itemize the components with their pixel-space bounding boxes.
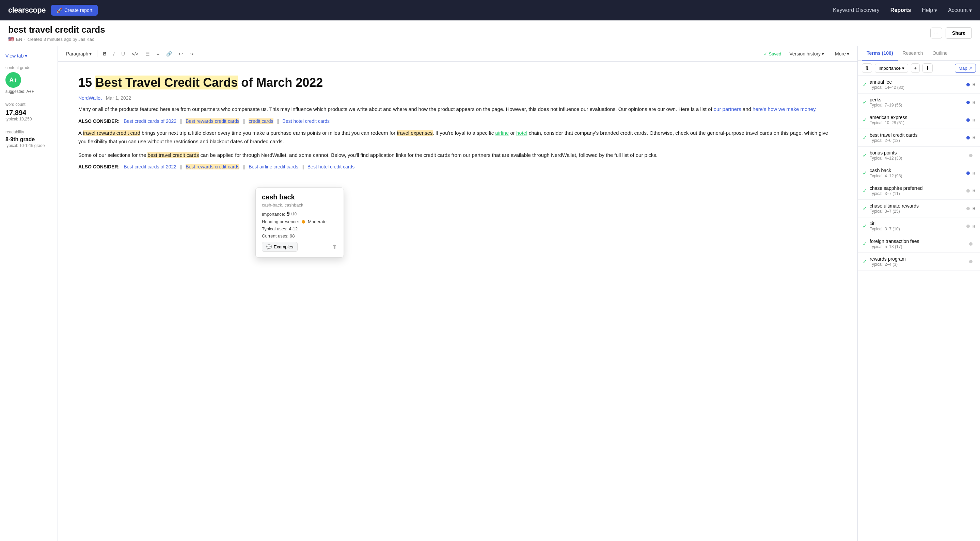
term-check-icon: ✓: [862, 170, 867, 176]
term-info: american express Typical: 10–28 (51): [870, 115, 964, 125]
delete-term-button[interactable]: 🗑: [332, 244, 337, 250]
term-item[interactable]: ✓ chase ultimate rewards Typical: 3–7 (2…: [858, 200, 980, 217]
source-link[interactable]: NerdWallet: [78, 95, 102, 101]
term-item[interactable]: ✓ best travel credit cards Typical: 2–6 …: [858, 129, 980, 147]
term-item[interactable]: ✓ citi Typical: 3–7 (10) H: [858, 217, 980, 235]
page-meta: 🇺🇸 EN · created 3 minutes ago by Jas Kao: [8, 36, 105, 42]
term-item[interactable]: ✓ perks Typical: 7–19 (55) H: [858, 94, 980, 111]
view-tab-button[interactable]: View tab ▾: [5, 53, 52, 59]
term-item[interactable]: ✓ cash back Typical: 4–12 (98) H: [858, 164, 980, 182]
term-dot-indicator: [966, 171, 970, 175]
panel-toolbar: ⇅ Importance ▾ + ⬇ Map ↗: [858, 60, 980, 76]
suggested-grade: suggested: A++: [5, 89, 52, 94]
term-item[interactable]: ✓ chase sapphire preferred Typical: 3–7 …: [858, 182, 980, 200]
term-check-icon: ✓: [862, 187, 867, 194]
editor-content[interactable]: 15 Best Travel Credit Cards of March 202…: [58, 62, 858, 541]
term-typical: Typical: 14–42 (80): [870, 85, 964, 90]
hotel-link[interactable]: hotel: [516, 130, 527, 136]
more-toolbar-button[interactable]: More ▾: [832, 49, 852, 59]
term-name: rewards program: [870, 256, 966, 262]
also2-link-3[interactable]: Best airline credit cards: [248, 164, 298, 170]
term-info: perks Typical: 7–19 (55): [870, 97, 964, 108]
term-h-badge: H: [972, 224, 975, 228]
term-dot-indicator: [969, 154, 972, 157]
also2-link-4[interactable]: Best hotel credit cards: [307, 164, 355, 170]
popup-importance: Importance: 9/10: [262, 211, 337, 217]
term-info: chase ultimate rewards Typical: 3–7 (25): [870, 203, 964, 214]
importance-sort-button[interactable]: Importance ▾: [875, 63, 908, 73]
bullet-list-button[interactable]: ☰: [143, 49, 153, 59]
filter-sort-icon-button[interactable]: ⇅: [862, 63, 872, 73]
term-name: chase sapphire preferred: [870, 186, 964, 191]
partners-link[interactable]: our partners: [714, 106, 741, 112]
locale: EN: [16, 37, 22, 42]
bold-button[interactable]: B: [100, 49, 109, 59]
term-name: bonus points: [870, 150, 966, 155]
term-typical: Typical: 3–7 (11): [870, 191, 964, 196]
term-popup: cash back cash-back, cashback Importance…: [255, 187, 344, 257]
content-grade-label: content grade: [5, 65, 52, 70]
more-button[interactable]: ···: [930, 27, 942, 38]
underline-button[interactable]: U: [118, 49, 127, 59]
term-check-icon: ✓: [862, 205, 867, 212]
terms-list: ✓ annual fee Typical: 14–42 (80) H ✓ per…: [858, 76, 980, 541]
term-item[interactable]: ✓ american express Typical: 10–28 (51) H: [858, 111, 980, 129]
tab-terms[interactable]: Terms (100): [862, 46, 898, 60]
term-h-badge: H: [972, 118, 975, 122]
download-button[interactable]: ⬇: [923, 63, 933, 73]
undo-button[interactable]: ↩: [176, 49, 186, 59]
nav-keyword-discovery[interactable]: Keyword Discovery: [833, 7, 880, 13]
term-typical: Typical: 2–6 (13): [870, 138, 964, 143]
create-report-button[interactable]: 🚀 Create report: [51, 5, 98, 16]
add-term-button[interactable]: +: [911, 63, 920, 73]
tab-outline[interactable]: Outline: [928, 46, 952, 60]
numbered-list-button[interactable]: ≡: [154, 49, 162, 59]
term-h-badge: H: [972, 189, 975, 193]
term-info: cash back Typical: 4–12 (98): [870, 168, 964, 178]
created-info: created 3 minutes ago by Jas Kao: [28, 37, 95, 42]
map-button[interactable]: Map ↗: [955, 63, 976, 73]
term-item[interactable]: ✓ rewards program Typical: 2–4 (3): [858, 253, 980, 271]
also-link-3[interactable]: credit cards: [248, 118, 273, 124]
nav-help[interactable]: Help ▾: [922, 7, 937, 14]
editor-toolbar: Paragraph ▾ B I U </> ☰ ≡ 🔗 ↩ ↪ ✓ Saved …: [58, 46, 858, 62]
also2-link-1[interactable]: Best credit cards of 2022: [124, 164, 177, 170]
also2-link-2[interactable]: Best rewards credit cards: [186, 164, 239, 170]
chevron-down-icon: ▾: [934, 7, 937, 14]
term-typical: Typical: 5–13 (17): [870, 244, 966, 249]
readability-section: readability 8-9th grade typical: 10-12th…: [5, 130, 52, 148]
readability-value: 8-9th grade: [5, 136, 52, 143]
popup-footer: 💬 Examples 🗑: [262, 242, 337, 252]
sidebar: View tab ▾ content grade A+ suggested: A…: [0, 46, 58, 541]
examples-button[interactable]: 💬 Examples: [262, 242, 298, 252]
term-dot-indicator: [966, 207, 970, 210]
tab-research[interactable]: Research: [898, 46, 928, 60]
also-link-1[interactable]: Best credit cards of 2022: [124, 118, 177, 124]
share-button[interactable]: Share: [946, 27, 972, 39]
also-consider-1: ALSO CONSIDER: Best credit cards of 2022…: [78, 118, 837, 124]
also-link-2[interactable]: Best rewards credit cards: [186, 118, 239, 124]
nav-account[interactable]: Account ▾: [948, 7, 972, 14]
link-button[interactable]: 🔗: [164, 49, 175, 59]
code-button[interactable]: </>: [129, 49, 141, 59]
term-item[interactable]: ✓ annual fee Typical: 14–42 (80) H: [858, 76, 980, 94]
version-history-button[interactable]: Version history ▾: [787, 49, 827, 59]
term-item[interactable]: ✓ bonus points Typical: 4–12 (38): [858, 147, 980, 164]
article-source: NerdWallet Mar 1, 2022: [78, 95, 837, 101]
nav-reports[interactable]: Reports: [891, 7, 911, 13]
content-grade-section: content grade A+ suggested: A++: [5, 65, 52, 94]
redo-button[interactable]: ↪: [187, 49, 196, 59]
make-money-link[interactable]: here's how we make money: [752, 106, 815, 112]
airline-link[interactable]: airline: [495, 130, 509, 136]
right-panel: Terms (100) Research Outline ⇅ Importanc…: [858, 46, 980, 541]
word-count-label: word count: [5, 102, 52, 107]
also-link-4[interactable]: Best hotel credit cards: [283, 118, 330, 124]
italic-button[interactable]: I: [111, 49, 118, 59]
highlight-travel-expenses: travel expenses: [397, 130, 433, 136]
term-dot-indicator: [966, 101, 970, 104]
paragraph-dropdown[interactable]: Paragraph ▾: [63, 49, 94, 59]
word-count-typical: typical: 10,250: [5, 117, 52, 122]
term-item[interactable]: ✓ foreign transaction fees Typical: 5–13…: [858, 235, 980, 253]
page-header-right: ··· Share: [930, 27, 972, 39]
editor-paragraph-3: Some of our selections for the best trav…: [78, 151, 837, 160]
